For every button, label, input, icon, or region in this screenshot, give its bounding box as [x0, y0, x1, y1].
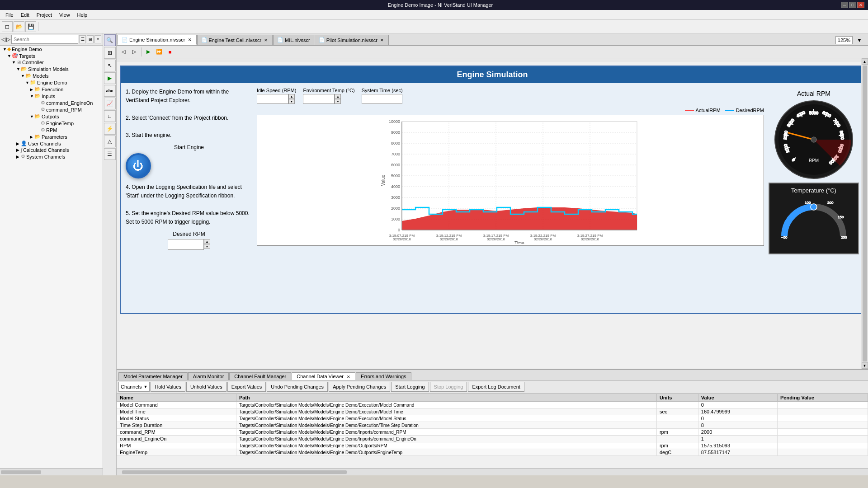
tool-shapes[interactable]: △: [104, 136, 116, 147]
view-icons-btn[interactable]: ⊞: [87, 35, 94, 43]
view-list-btn[interactable]: ☰: [79, 35, 86, 43]
desired-rpm-up[interactable]: ▲: [204, 239, 210, 244]
sidebar-search[interactable]: [11, 35, 78, 44]
view-details-btn[interactable]: ≡: [94, 35, 101, 43]
bottom-tab-data-viewer[interactable]: Channel Data Viewer ✕: [292, 372, 355, 380]
new-button[interactable]: ◻: [2, 21, 13, 32]
open-button[interactable]: 📂: [14, 21, 24, 32]
tab-close-pilot[interactable]: ✕: [379, 38, 385, 43]
tab-pilot-simulation[interactable]: 📄 Pilot Simulation.nivsscr ✕: [315, 35, 389, 45]
start-logging-button[interactable]: Start Logging: [391, 382, 429, 392]
sidebar-item-user-channels[interactable]: ▶ 👤 User Channels: [0, 140, 103, 147]
tab-close-test[interactable]: ✕: [263, 38, 269, 43]
sidebar-item-models[interactable]: ▼ 📂 Models: [0, 72, 103, 79]
export-values-button[interactable]: Export Values: [227, 382, 266, 392]
sidebar-item-engine-demo[interactable]: ▼ ◆ Engine Demo: [0, 46, 103, 52]
menu-edit[interactable]: Edit: [17, 11, 33, 19]
editor-tabs: 📄 Engine Simuation.nivsscr ✕ 📄 Engine Te…: [117, 33, 832, 45]
bottom-tab-alarm[interactable]: Alarm Monitor: [188, 372, 229, 380]
menu-help[interactable]: Help: [74, 11, 91, 19]
maximize-button[interactable]: □: [849, 2, 856, 8]
svg-text:1000: 1000: [391, 217, 400, 221]
env-temp-up[interactable]: ▲: [335, 94, 341, 99]
canvas-forward[interactable]: ▷: [129, 47, 139, 57]
desired-rpm-input[interactable]: 2000: [168, 239, 204, 250]
bottom-tab-fault[interactable]: Channel Fault Manager: [229, 372, 291, 380]
sidebar-item-sim-models[interactable]: ▼ 📂 Simulation Models: [0, 66, 103, 72]
save-button[interactable]: 💾: [25, 21, 36, 32]
bottom-tab-model-param[interactable]: Model Parameter Manager: [118, 372, 188, 380]
window-controls[interactable]: ─ □ ✕: [841, 2, 864, 8]
canvas-stop[interactable]: ■: [165, 47, 175, 57]
idle-speed-input[interactable]: 900: [257, 94, 288, 104]
apply-pending-button[interactable]: Apply Pending Changes: [329, 382, 390, 392]
sidebar-item-parameters[interactable]: ▶ 📂 Parameters: [0, 133, 103, 140]
tab-engine-simulation[interactable]: 📄 Engine Simuation.nivsscr ✕: [118, 35, 197, 45]
export-log-button[interactable]: Export Log Document: [468, 382, 524, 392]
vscroll-down[interactable]: ▼: [862, 362, 868, 369]
tool-signal[interactable]: ⚡: [104, 123, 116, 135]
sidebar-item-outpots[interactable]: ▼ 📂 Outpots: [0, 113, 103, 120]
tool-chart[interactable]: 📈: [104, 98, 116, 109]
vscroll-up[interactable]: ▲: [862, 58, 868, 65]
canvas-run[interactable]: ▶: [143, 47, 153, 57]
tab-close-sim[interactable]: ✕: [187, 37, 193, 42]
env-temp-input[interactable]: 25: [303, 94, 335, 104]
cell-path: Targets/Controller/Simulation Models/Mod…: [236, 402, 656, 408]
nav-back[interactable]: ◁: [1, 36, 5, 42]
expand-arrow[interactable]: ▼: [3, 47, 7, 52]
stop-logging-button[interactable]: Stop Logging: [430, 382, 467, 392]
sidebar-item-rpm[interactable]: ⚙ RPM: [0, 127, 103, 133]
sidebar-item-targets[interactable]: ▼ 🎯 Targets: [0, 52, 103, 59]
sidebar-hscroll[interactable]: [0, 468, 103, 475]
menu-view[interactable]: View: [56, 11, 74, 19]
tab-engine-test-cell[interactable]: 📄 Engine Test Cell.nivsscr ✕: [197, 35, 273, 45]
canvas-vscroll[interactable]: ▲ ▼: [861, 58, 868, 369]
power-button[interactable]: ⏻: [126, 153, 151, 178]
tool-search[interactable]: 🔍: [104, 34, 116, 46]
zoom-dropdown[interactable]: ▼: [854, 35, 864, 45]
sidebar-item-command-engineon[interactable]: ⚙ command_EngineOn: [0, 99, 103, 106]
sidebar-item-execution[interactable]: ▶ 📂 Execution: [0, 86, 103, 93]
table-row: command_RPM Targets/Controller/Simulatio…: [117, 429, 868, 436]
cell-path: Targets/Controller/Simulation Models/Mod…: [236, 449, 656, 456]
menu-file[interactable]: File: [2, 11, 17, 19]
channels-dropdown[interactable]: Channels ▼: [118, 382, 150, 392]
idle-speed-down[interactable]: ▼: [288, 99, 295, 104]
hscroll-thumb[interactable]: [122, 470, 347, 474]
tool-grid[interactable]: ⊞: [104, 47, 116, 59]
minimize-button[interactable]: ─: [841, 2, 848, 8]
sidebar-item-system-channels[interactable]: ▶ ⚙ System Channels: [0, 153, 103, 160]
tool-rectangle[interactable]: □: [104, 110, 116, 122]
bottom-tab-close-data[interactable]: ✕: [347, 375, 350, 379]
sidebar-item-controller[interactable]: ▼ 🖥 Controller: [0, 59, 103, 66]
sidebar-item-enginetemp[interactable]: ⚙ EngineTemp: [0, 120, 103, 127]
temp-needle: [811, 204, 817, 210]
sys-time-input[interactable]: 160.49: [362, 94, 402, 104]
hold-values-button[interactable]: Hold Values: [151, 382, 185, 392]
tool-list[interactable]: ☰: [104, 148, 116, 160]
undo-pending-button[interactable]: Undo Pending Changes: [267, 382, 328, 392]
idle-speed-up[interactable]: ▲: [288, 94, 295, 99]
cell-name: RPM: [117, 442, 236, 449]
sidebar-item-command-rpm[interactable]: ⚙ command_RPM: [0, 106, 103, 113]
tab-mil[interactable]: 📄 MIL.nivsscr: [273, 35, 314, 45]
tool-script[interactable]: abc: [104, 85, 116, 97]
sidebar-item-inputs[interactable]: ▼ 📂 Inputs: [0, 93, 103, 99]
canvas-back[interactable]: ◁: [118, 47, 128, 57]
vscroll-thumb[interactable]: [863, 66, 867, 361]
canvas-hscroll[interactable]: [117, 468, 868, 475]
sidebar-item-calculated-channels[interactable]: ▶ ∫ Calculated Channels: [0, 147, 103, 153]
tool-play[interactable]: ▶: [104, 72, 116, 84]
controls-row: Idle Speed (RPM) 900 ▲ ▼: [257, 88, 764, 104]
unhold-values-button[interactable]: Unhold Values: [186, 382, 226, 392]
bottom-tab-errors[interactable]: Errors and Warnings: [356, 372, 411, 380]
tool-cursor[interactable]: ↖: [104, 60, 116, 71]
close-button[interactable]: ✕: [857, 2, 864, 8]
menu-project[interactable]: Project: [33, 11, 56, 19]
canvas-step[interactable]: ⏩: [154, 47, 164, 57]
nav-forward[interactable]: ▷: [6, 36, 10, 42]
env-temp-down[interactable]: ▼: [335, 99, 341, 104]
sidebar-item-engine-demo-model[interactable]: ▼ 📁 Engine Demo: [0, 79, 103, 86]
desired-rpm-down[interactable]: ▼: [204, 244, 210, 249]
